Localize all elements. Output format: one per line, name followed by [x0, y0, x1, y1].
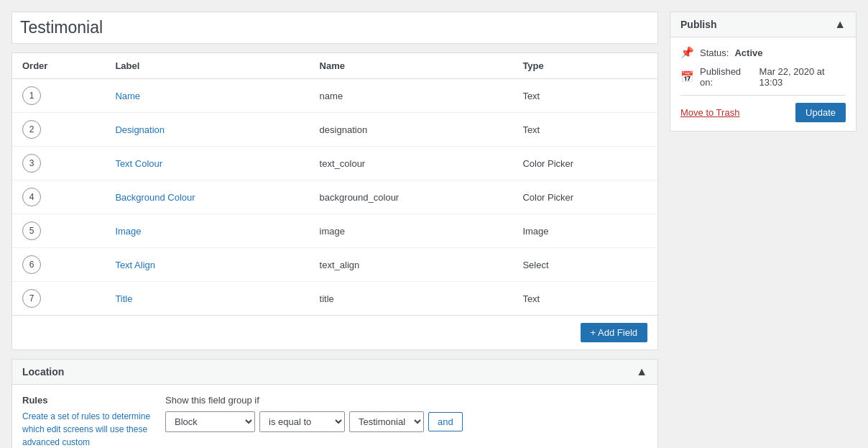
- location-header: Location ▲: [12, 360, 657, 385]
- rules-title: Rules: [22, 395, 155, 406]
- label-cell: Text Align: [105, 248, 309, 282]
- name-cell: designation: [310, 113, 513, 147]
- name-cell: text_align: [310, 248, 513, 282]
- field-label-link[interactable]: Image: [115, 226, 141, 237]
- label-cell: Designation: [105, 113, 309, 147]
- published-label: Published on:: [700, 66, 754, 88]
- status-label: Status:: [700, 47, 729, 58]
- add-field-button[interactable]: + Add Field: [581, 323, 647, 342]
- rules-panel: Rules Create a set of rules to determine…: [22, 395, 155, 448]
- publish-actions: Move to Trash Update: [680, 103, 846, 122]
- label-cell: Title: [105, 282, 309, 316]
- conditions-panel: Show this field group if Block Post Type…: [165, 395, 647, 448]
- table-row: 1 Name name Text: [12, 79, 657, 113]
- condition-value-select[interactable]: Testimonial Hero CTA: [349, 411, 424, 432]
- name-cell: title: [310, 282, 513, 316]
- col-type: Type: [512, 53, 657, 79]
- main-column: Order Label Name Type 1 Name name Text 2: [11, 12, 658, 448]
- order-cell: 1: [12, 79, 105, 113]
- type-cell: Color Picker: [512, 147, 657, 180]
- location-box: Location ▲ Rules Create a set of rules t…: [11, 359, 658, 448]
- table-row: 4 Background Colour background_colour Co…: [12, 180, 657, 214]
- order-circle: 7: [22, 289, 41, 308]
- type-cell: Text: [512, 282, 657, 316]
- location-toggle-icon[interactable]: ▲: [636, 365, 647, 378]
- type-cell: Image: [512, 214, 657, 248]
- show-if-label: Show this field group if: [165, 395, 647, 406]
- type-cell: Select: [512, 248, 657, 282]
- name-cell: image: [310, 214, 513, 248]
- label-cell: Image: [105, 214, 309, 248]
- and-button[interactable]: and: [428, 412, 463, 431]
- order-circle: 2: [22, 120, 41, 139]
- condition-operator-select[interactable]: is equal to is not equal to: [259, 411, 345, 432]
- order-circle: 4: [22, 188, 41, 206]
- type-cell: Color Picker: [512, 180, 657, 214]
- col-name: Name: [310, 53, 513, 79]
- order-cell: 5: [12, 214, 105, 248]
- field-label-link[interactable]: Text Align: [115, 260, 155, 270]
- fields-box: Order Label Name Type 1 Name name Text 2: [11, 52, 658, 350]
- name-cell: name: [310, 79, 513, 113]
- location-body: Rules Create a set of rules to determine…: [12, 385, 657, 448]
- location-title: Location: [22, 366, 64, 378]
- fields-table: Order Label Name Type 1 Name name Text 2: [12, 53, 657, 315]
- title-input[interactable]: [11, 12, 658, 44]
- sidebar-column: Publish ▲ 📌 Status: Active 📅 Published o…: [670, 12, 857, 448]
- type-cell: Text: [512, 79, 657, 113]
- order-circle: 1: [22, 86, 41, 105]
- table-row: 3 Text Colour text_colour Color Picker: [12, 147, 657, 180]
- add-field-row: + Add Field: [12, 315, 657, 349]
- field-label-link[interactable]: Designation: [115, 124, 165, 135]
- published-row: 📅 Published on: Mar 22, 2020 at 13:03: [680, 66, 846, 88]
- condition-type-select[interactable]: Block Post Type Page Template User Role: [165, 411, 255, 432]
- col-order: Order: [12, 53, 105, 79]
- publish-box: Publish ▲ 📌 Status: Active 📅 Published o…: [670, 12, 857, 132]
- name-cell: text_colour: [310, 147, 513, 180]
- order-circle: 6: [22, 255, 41, 274]
- publish-toggle-icon[interactable]: ▲: [834, 18, 846, 31]
- field-label-link[interactable]: Title: [115, 293, 132, 304]
- label-cell: Text Colour: [105, 147, 309, 180]
- field-label-link[interactable]: Name: [115, 91, 140, 101]
- publish-header: Publish ▲: [670, 12, 856, 37]
- label-cell: Name: [105, 79, 309, 113]
- field-label-link[interactable]: Background Colour: [115, 192, 195, 203]
- publish-divider: [680, 95, 846, 96]
- order-circle: 3: [22, 154, 41, 173]
- table-row: 2 Designation designation Text: [12, 113, 657, 147]
- status-icon: 📌: [680, 46, 694, 59]
- order-cell: 6: [12, 248, 105, 282]
- move-to-trash-button[interactable]: Move to Trash: [680, 107, 739, 118]
- conditions-row: Block Post Type Page Template User Role …: [165, 411, 647, 432]
- calendar-icon: 📅: [680, 70, 694, 83]
- name-cell: background_colour: [310, 180, 513, 214]
- table-row: 6 Text Align text_align Select: [12, 248, 657, 282]
- type-cell: Text: [512, 113, 657, 147]
- published-value: Mar 22, 2020 at 13:03: [760, 66, 846, 88]
- publish-title: Publish: [680, 19, 717, 30]
- table-row: 7 Title title Text: [12, 282, 657, 316]
- order-cell: 3: [12, 147, 105, 180]
- publish-body: 📌 Status: Active 📅 Published on: Mar 22,…: [670, 37, 856, 131]
- field-label-link[interactable]: Text Colour: [115, 158, 162, 169]
- order-circle: 5: [22, 221, 41, 240]
- col-label: Label: [105, 53, 309, 79]
- order-cell: 7: [12, 282, 105, 316]
- rules-description: Create a set of rules to determine which…: [22, 410, 155, 448]
- table-row: 5 Image image Image: [12, 214, 657, 248]
- label-cell: Background Colour: [105, 180, 309, 214]
- order-cell: 4: [12, 180, 105, 214]
- order-cell: 2: [12, 113, 105, 147]
- status-row: 📌 Status: Active: [680, 46, 846, 59]
- status-value: Active: [734, 47, 762, 58]
- update-button[interactable]: Update: [795, 103, 846, 122]
